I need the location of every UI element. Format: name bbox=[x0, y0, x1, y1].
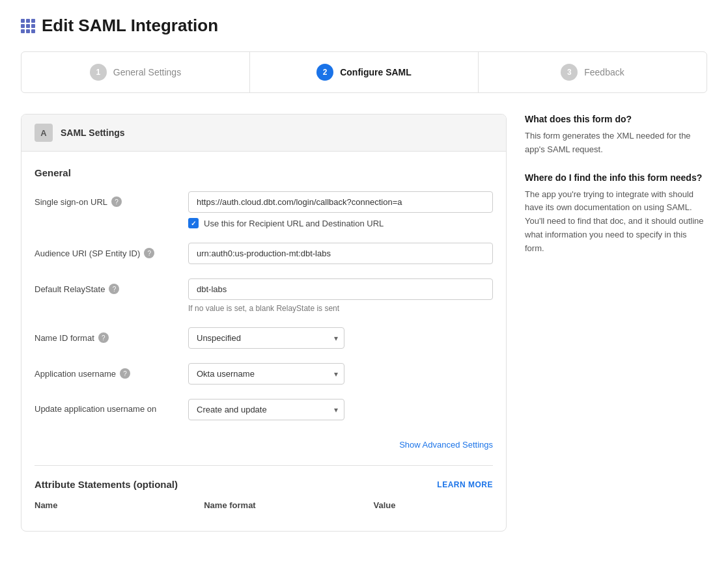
form-panel: A SAML Settings General Single sign-on U… bbox=[21, 114, 507, 532]
page-header: Edit SAML Integration bbox=[21, 16, 707, 36]
panel-header-letter: A bbox=[35, 124, 53, 142]
stepper: 1 General Settings 2 Configure SAML 3 Fe… bbox=[21, 51, 707, 93]
sso-url-input-group: Use this for Recipient URL and Destinati… bbox=[188, 191, 493, 228]
sso-url-row: Single sign-on URL ? Use this for Recipi… bbox=[35, 191, 493, 228]
sidebar-heading-2: Where do I find the info this form needs… bbox=[525, 172, 707, 183]
show-advanced-settings-button[interactable]: Show Advanced Settings bbox=[35, 435, 493, 460]
step-circle-3: 3 bbox=[561, 64, 578, 81]
step-configure-saml[interactable]: 2 Configure SAML bbox=[250, 52, 479, 92]
attr-col-name-header: Name bbox=[35, 500, 178, 515]
sidebar-text-2: The app you're trying to integrate with … bbox=[525, 188, 707, 256]
step-general-settings[interactable]: 1 General Settings bbox=[21, 52, 250, 92]
relay-state-input-group: If no value is set, a blank RelayState i… bbox=[188, 278, 493, 313]
step-circle-1: 1 bbox=[90, 64, 107, 81]
sidebar-section-1: What does this form do? This form genera… bbox=[525, 114, 707, 157]
grid-icon bbox=[21, 19, 35, 33]
recipient-url-checkbox[interactable] bbox=[188, 218, 199, 228]
name-id-row: Name ID format ? Unspecified EmailAddres… bbox=[35, 327, 493, 349]
attr-col-format-header: Name format bbox=[204, 500, 347, 515]
audience-uri-input[interactable] bbox=[188, 243, 493, 264]
step-label-2: Configure SAML bbox=[340, 67, 412, 77]
audience-uri-input-group bbox=[188, 243, 493, 264]
sidebar-text-1: This form generates the XML needed for t… bbox=[525, 129, 707, 157]
app-username-label: Application username ? bbox=[35, 363, 178, 379]
step-label-1: General Settings bbox=[113, 67, 181, 77]
general-section-title: General bbox=[35, 167, 493, 178]
page-title: Edit SAML Integration bbox=[42, 16, 218, 36]
step-label-3: Feedback bbox=[584, 67, 624, 77]
relay-state-input[interactable] bbox=[188, 278, 493, 300]
panel-header: A SAML Settings bbox=[21, 115, 506, 152]
app-username-select[interactable]: Okta username Email Custom bbox=[188, 363, 344, 385]
sidebar-section-2: Where do I find the info this form needs… bbox=[525, 172, 707, 256]
panel-header-title: SAML Settings bbox=[61, 128, 125, 138]
name-id-label: Name ID format ? bbox=[35, 327, 178, 343]
sidebar: What does this form do? This form genera… bbox=[525, 114, 707, 532]
update-username-label: Update application username on bbox=[35, 399, 178, 414]
audience-uri-help-icon[interactable]: ? bbox=[144, 248, 154, 258]
sidebar-heading-1: What does this form do? bbox=[525, 114, 707, 124]
audience-uri-row: Audience URI (SP Entity ID) ? bbox=[35, 243, 493, 264]
recipient-url-label: Use this for Recipient URL and Destinati… bbox=[204, 219, 384, 228]
app-username-help-icon[interactable]: ? bbox=[120, 368, 130, 379]
relay-state-help-icon[interactable]: ? bbox=[109, 284, 119, 294]
name-id-select[interactable]: Unspecified EmailAddress X509SubjectName… bbox=[188, 327, 344, 349]
update-username-input-group: Create and update Create only ▾ bbox=[188, 399, 493, 420]
attribute-statements-title: Attribute Statements (optional) bbox=[35, 479, 178, 490]
sso-url-label: Single sign-on URL ? bbox=[35, 191, 178, 207]
sso-url-help-icon[interactable]: ? bbox=[111, 196, 122, 207]
step-circle-2: 2 bbox=[316, 64, 333, 81]
app-username-input-group: Okta username Email Custom ▾ bbox=[188, 363, 493, 385]
update-username-row: Update application username on Create an… bbox=[35, 399, 493, 420]
attribute-columns-header: Name Name format Value bbox=[35, 500, 493, 515]
name-id-input-group: Unspecified EmailAddress X509SubjectName… bbox=[188, 327, 493, 349]
attr-col-value-header: Value bbox=[373, 500, 493, 515]
learn-more-link[interactable]: LEARN MORE bbox=[437, 480, 493, 489]
sso-url-input[interactable] bbox=[188, 191, 493, 213]
update-username-select[interactable]: Create and update Create only bbox=[188, 399, 344, 420]
step-feedback[interactable]: 3 Feedback bbox=[479, 52, 707, 92]
relay-state-label: Default RelayState ? bbox=[35, 278, 178, 294]
audience-uri-label: Audience URI (SP Entity ID) ? bbox=[35, 243, 178, 258]
relay-state-row: Default RelayState ? If no value is set,… bbox=[35, 278, 493, 313]
divider bbox=[35, 465, 493, 466]
relay-state-hint: If no value is set, a blank RelayState i… bbox=[188, 304, 493, 313]
app-username-row: Application username ? Okta username Ema… bbox=[35, 363, 493, 385]
name-id-help-icon[interactable]: ? bbox=[98, 332, 109, 343]
attribute-statements-header: Attribute Statements (optional) LEARN MO… bbox=[35, 479, 493, 490]
